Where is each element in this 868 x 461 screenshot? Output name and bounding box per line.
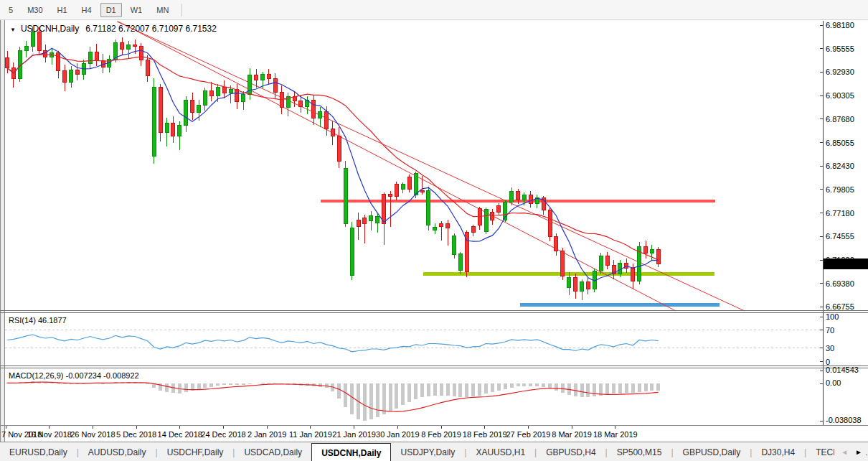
- candle: [350, 222, 354, 280]
- macd-histogram-bar: [350, 383, 354, 414]
- candle: [407, 174, 411, 192]
- macd-histogram-bar: [389, 383, 392, 411]
- candle: [453, 233, 456, 259]
- macd-histogram-bar: [638, 383, 641, 392]
- timeframe-button-5[interactable]: 5: [3, 3, 19, 17]
- rsi-tick-label: 30: [826, 344, 834, 353]
- macd-histogram-bar: [427, 383, 430, 396]
- date-tick-label: 11 Jan 2019: [289, 430, 332, 439]
- timeframe-button-m30[interactable]: M30: [22, 3, 48, 17]
- date-tick-label: 21 Jan 2019: [332, 430, 376, 439]
- tab-scroll-left-icon[interactable]: ◄: [837, 448, 852, 456]
- tab-usdchf-daily[interactable]: USDCHF,Daily: [158, 442, 233, 461]
- tab-gbpusd-h4[interactable]: GBPUSD,H4: [537, 442, 605, 461]
- macd-histogram-bar: [535, 383, 539, 386]
- tab-usdcnh-daily[interactable]: USDCNH,Daily: [311, 443, 391, 461]
- price-tick-label: 6.77180: [826, 209, 854, 218]
- macd-histogram-bar: [184, 383, 188, 392]
- collapse-icon[interactable]: ▼: [10, 27, 16, 33]
- tab-dj30-h4[interactable]: DJ30,H4: [752, 442, 804, 461]
- macd-histogram-bar: [471, 383, 475, 396]
- macd-histogram-bar: [618, 383, 622, 394]
- macd-histogram-bar: [586, 383, 590, 397]
- chart-symbol-period: USDCNH,Daily: [21, 24, 79, 34]
- macd-histogram-bar: [650, 383, 654, 391]
- timeframe-button-h4[interactable]: H4: [76, 3, 98, 17]
- macd-histogram-bar: [248, 383, 252, 384]
- macd-histogram-bar: [337, 383, 341, 399]
- toolbar-separator: [181, 4, 182, 17]
- macd-histogram-bar: [656, 383, 660, 391]
- chart-ohlc-values: 6.71182 6.72007 6.71097 6.71532: [85, 24, 217, 34]
- price-tick-label: 6.98180: [826, 21, 854, 29]
- candle: [484, 208, 488, 234]
- candle: [561, 248, 565, 280]
- macd-histogram-bar: [580, 383, 584, 397]
- timeframe-button-h1[interactable]: H1: [52, 3, 73, 17]
- rsi-tick-label: 70: [826, 326, 834, 335]
- macd-histogram-bar: [146, 383, 149, 384]
- tab-scroll-right-icon[interactable]: ►: [852, 448, 866, 456]
- price-tick-label: 6.74555: [826, 232, 854, 241]
- date-tick-label: 2 Jan 2019: [247, 430, 286, 439]
- date-tick-label: 18 Mar 2019: [593, 430, 638, 439]
- candle: [344, 161, 347, 227]
- timeframe-button-d1[interactable]: D1: [100, 3, 122, 17]
- macd-histogram-bar: [548, 383, 552, 388]
- macd-histogram-bar: [261, 383, 265, 383]
- date-tick-label: 24 Dec 2018: [201, 430, 245, 439]
- candle: [638, 242, 641, 284]
- tab-gbpusd-daily[interactable]: GBPUSD,Daily: [674, 442, 750, 461]
- timeframe-button-w1[interactable]: W1: [125, 3, 148, 17]
- macd-tick-label: 0.014543: [826, 365, 859, 374]
- tab-xauusd-h1[interactable]: XAUUSD,H1: [466, 442, 534, 461]
- current-price-value: 6.71532: [826, 260, 854, 269]
- tab-usdcad-daily[interactable]: USDCAD,Daily: [235, 442, 311, 461]
- macd-histogram-bar: [478, 383, 481, 396]
- macd-histogram-bar: [235, 383, 239, 385]
- macd-histogram-bar: [57, 383, 60, 384]
- price-tick-label: 6.85055: [826, 139, 854, 147]
- macd-histogram-bar: [504, 383, 507, 389]
- date-tick-label: 14 Dec 2018: [158, 430, 202, 439]
- price-tick-label: 6.66755: [826, 302, 854, 311]
- macd-histogram-bar: [446, 383, 450, 396]
- candle: [548, 208, 552, 241]
- price-tick-label: 6.87680: [826, 115, 854, 124]
- price-tick-label: 6.82430: [826, 162, 854, 170]
- date-tick-label: 8 Feb 2019: [421, 430, 461, 439]
- macd-histogram-bar: [440, 383, 443, 396]
- tab-usdjpy-daily[interactable]: USDJPY,Daily: [391, 442, 464, 461]
- macd-histogram-bar: [197, 383, 201, 389]
- macd-histogram-bar: [453, 383, 456, 396]
- macd-histogram-bar: [376, 383, 379, 417]
- macd-histogram-bar: [50, 383, 54, 383]
- price-tick-label: 6.90305: [826, 91, 854, 100]
- date-tick-label: 18 Feb 2019: [463, 430, 507, 439]
- macd-histogram-bar: [516, 383, 520, 386]
- current-price-badge: 6.71532: [824, 259, 868, 269]
- macd-histogram-bar: [491, 383, 494, 392]
- macd-histogram-bar: [414, 383, 418, 399]
- macd-histogram-bar: [561, 383, 565, 393]
- date-tick-label: 5 Dec 2018: [116, 430, 156, 439]
- timeframe-button-mn[interactable]: MN: [151, 3, 174, 17]
- chart-canvas[interactable]: 6.981806.955556.929306.903056.876806.850…: [0, 20, 868, 442]
- macd-histogram-bar: [222, 383, 226, 385]
- macd-histogram-bar: [363, 383, 367, 421]
- macd-label: MACD(12,26,9) -0.007234 -0.008922: [9, 371, 139, 380]
- tab-eurusd-daily[interactable]: EURUSD,Daily: [0, 442, 77, 461]
- macd-histogram-bar: [529, 383, 532, 386]
- date-tick-label: 16 Nov 2018: [27, 430, 72, 439]
- macd-histogram-bar: [229, 383, 232, 385]
- macd-histogram-bar: [599, 383, 603, 396]
- macd-histogram-bar: [612, 383, 615, 394]
- date-tick-label: 27 Feb 2019: [506, 430, 551, 439]
- macd-histogram-bar: [369, 383, 373, 419]
- candle: [599, 253, 603, 274]
- rsi-label: RSI(14) 46.1877: [9, 316, 67, 325]
- macd-histogram-bar: [382, 383, 386, 414]
- tab-sp500-m15[interactable]: SP500,M15: [608, 442, 671, 461]
- price-tick-label: 6.92930: [826, 67, 854, 76]
- tab-audusd-daily[interactable]: AUDUSD,Daily: [79, 442, 156, 461]
